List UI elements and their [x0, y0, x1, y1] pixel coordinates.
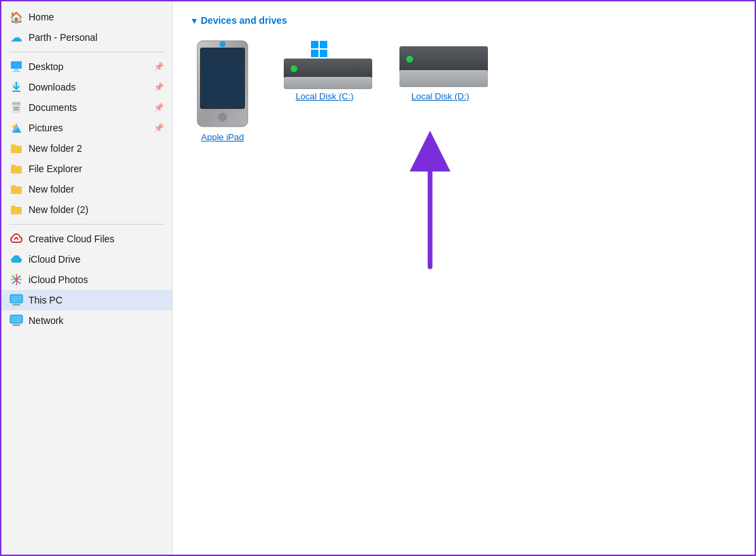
- device-local-c[interactable]: Local Disk (C:): [280, 39, 369, 101]
- sidebar-item-documents[interactable]: Documents 📌: [1, 97, 172, 118]
- svg-rect-37: [399, 70, 488, 87]
- svg-rect-18: [10, 315, 22, 323]
- device-label: Apple iPad: [201, 132, 244, 142]
- sidebar-item-desktop[interactable]: Desktop 📌: [1, 56, 172, 77]
- sidebar-item-home[interactable]: 🏠 Home: [1, 7, 172, 27]
- svg-point-11: [12, 125, 15, 128]
- sidebar-item-this-pc[interactable]: This PC: [1, 290, 172, 310]
- annotation-arrow: [404, 124, 459, 274]
- sidebar-item-label: Home: [29, 12, 54, 22]
- sidebar-item-label: New folder 2: [29, 143, 82, 154]
- divider-1: [10, 52, 164, 52]
- sidebar-item-label: New folder (2): [29, 204, 88, 215]
- creative-cloud-icon: [10, 232, 23, 246]
- sidebar-item-label: iCloud Photos: [29, 274, 88, 285]
- svg-rect-16: [14, 303, 19, 304]
- svg-point-36: [406, 56, 413, 63]
- svg-rect-1: [14, 69, 18, 71]
- main-content: ▾ Devices and drives: [173, 1, 755, 555]
- svg-rect-31: [320, 50, 327, 57]
- sidebar-item-file-explorer[interactable]: File Explorer: [1, 159, 172, 179]
- sidebar-item-label: iCloud Drive: [29, 254, 80, 265]
- svg-point-24: [218, 113, 227, 121]
- sidebar-item-icloud-photos[interactable]: iCloud Photos: [1, 269, 172, 290]
- disk-c-icon: [280, 39, 369, 87]
- sidebar-item-label: Downloads: [29, 82, 76, 93]
- chevron-down-icon: ▾: [192, 16, 197, 26]
- sidebar-item-new-folder-paren[interactable]: New folder (2): [1, 199, 172, 220]
- svg-rect-21: [12, 325, 20, 326]
- documents-icon: [10, 101, 23, 114]
- svg-rect-4: [12, 91, 20, 92]
- ipad-icon: [192, 39, 253, 128]
- device-apple-ipad[interactable]: Apple iPad: [192, 39, 253, 142]
- sidebar-item-label: Documents: [29, 102, 77, 113]
- svg-point-33: [291, 65, 297, 72]
- sidebar: 🏠 Home ☁ Parth - Personal Desktop 📌 Down…: [1, 1, 173, 555]
- sidebar-item-label: Pictures: [29, 122, 63, 133]
- svg-rect-34: [284, 77, 372, 89]
- sidebar-item-parth[interactable]: ☁ Parth - Personal: [1, 27, 172, 48]
- sidebar-item-label: Parth - Personal: [29, 32, 97, 43]
- sidebar-item-downloads[interactable]: Downloads 📌: [1, 77, 172, 97]
- folder-icon: [10, 182, 23, 196]
- sidebar-item-label: This PC: [29, 295, 63, 306]
- svg-rect-14: [10, 295, 22, 303]
- sidebar-item-label: New folder: [29, 184, 74, 195]
- icloud-photos-icon: [10, 273, 23, 287]
- svg-point-25: [220, 42, 225, 47]
- network-icon: [10, 314, 23, 327]
- section-title: Devices and drives: [201, 15, 287, 26]
- sidebar-item-icloud-drive[interactable]: iCloud Drive: [1, 249, 172, 269]
- cloud-icon: ☁: [10, 31, 23, 44]
- svg-rect-17: [12, 304, 20, 306]
- folder-icon: [10, 142, 23, 155]
- icloud-icon: [10, 252, 23, 266]
- devices-grid: Apple iPad: [192, 39, 736, 142]
- sidebar-item-label: Desktop: [29, 61, 63, 72]
- sidebar-item-pictures[interactable]: Pictures 📌: [1, 118, 172, 138]
- sidebar-item-label: Creative Cloud Files: [29, 233, 114, 244]
- this-pc-icon: [10, 293, 23, 307]
- desktop-icon: [10, 60, 23, 73]
- pin-icon-documents: 📌: [154, 103, 164, 112]
- pictures-icon: [10, 121, 23, 135]
- disk-d-icon: [396, 39, 484, 87]
- folder-icon: [10, 162, 23, 176]
- pin-icon-pictures: 📌: [154, 123, 164, 133]
- home-icon: 🏠: [10, 10, 23, 24]
- downloads-icon: [10, 80, 23, 94]
- sidebar-item-label: File Explorer: [29, 163, 82, 174]
- pin-icon-downloads: 📌: [154, 82, 164, 92]
- svg-rect-28: [311, 41, 318, 48]
- svg-rect-2: [12, 71, 20, 72]
- divider-2: [10, 224, 164, 225]
- svg-point-13: [15, 278, 18, 281]
- sidebar-item-label: Network: [29, 315, 63, 326]
- sidebar-item-new-folder-2[interactable]: New folder 2: [1, 138, 172, 159]
- svg-rect-6: [12, 102, 20, 105]
- device-local-d[interactable]: Local Disk (D:): [396, 39, 484, 101]
- svg-rect-30: [311, 50, 318, 57]
- svg-rect-29: [320, 41, 327, 48]
- svg-rect-26: [201, 48, 244, 108]
- folder-icon: [10, 203, 23, 216]
- pin-icon: 📌: [154, 62, 164, 71]
- sidebar-item-creative-cloud[interactable]: Creative Cloud Files: [1, 229, 172, 249]
- section-header: ▾ Devices and drives: [192, 15, 736, 26]
- svg-rect-20: [14, 323, 19, 325]
- sidebar-item-network[interactable]: Network: [1, 310, 172, 331]
- sidebar-item-new-folder[interactable]: New folder: [1, 179, 172, 199]
- svg-rect-0: [11, 61, 22, 69]
